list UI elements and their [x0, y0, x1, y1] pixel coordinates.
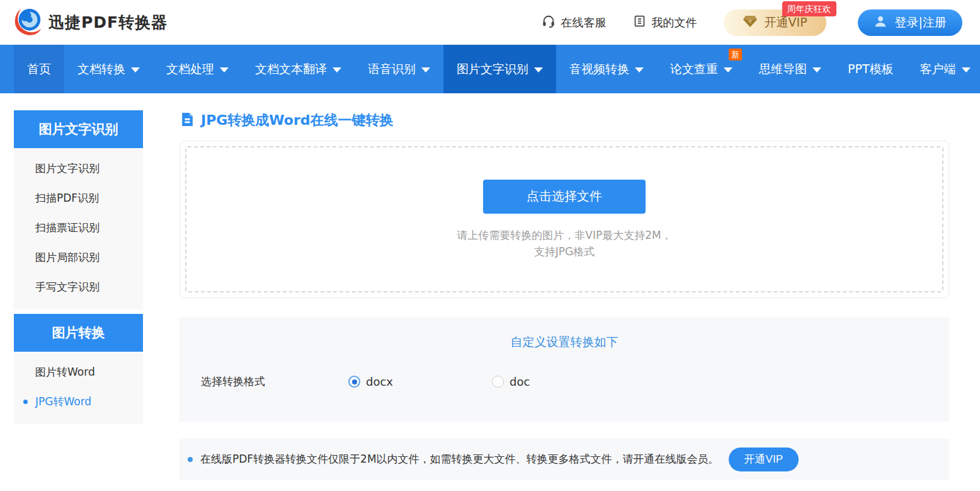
sidebar: 图片文字识别 图片文字识别 扫描PDF识别 扫描票证识别 图片局部识别 手写文字… [14, 110, 143, 424]
login-register-button[interactable]: 登录|注册 [858, 9, 962, 36]
chevron-down-icon [421, 67, 430, 72]
login-register-label: 登录|注册 [895, 14, 947, 31]
document-icon [179, 112, 195, 130]
sidebar-header-image-convert: 图片转换 [14, 314, 143, 352]
nav-item-audio-video-convert[interactable]: 音视频转换 [556, 45, 657, 93]
logo-text: 迅捷PDF转换器 [48, 12, 168, 33]
note-panel: 在线版PDF转换器转换文件仅限于2M以内文件，如需转换更大文件、转换更多格式文件… [179, 439, 949, 480]
content: 图片文字识别 图片文字识别 扫描PDF识别 扫描票证识别 图片局部识别 手写文字… [0, 93, 980, 480]
radio-checked-icon[interactable] [348, 376, 360, 388]
settings-panel: 自定义设置转换如下 选择转换格式 docx doc [179, 317, 949, 422]
chevron-down-icon [724, 67, 732, 72]
chevron-down-icon [962, 67, 971, 72]
nav-item-ppt-templates[interactable]: PPT模板 [835, 45, 907, 93]
upload-area[interactable]: 点击选择文件 请上传需要转换的图片，非VIP最大支持2M， 支持JPG格式 [179, 141, 949, 298]
radio-docx-label: docx [366, 375, 393, 388]
nav-item-speech-recognition[interactable]: 语音识别 [355, 45, 443, 93]
bullet-icon [23, 400, 28, 404]
settings-title: 自定义设置转换如下 [179, 334, 949, 350]
format-row: 选择转换格式 docx doc [179, 374, 949, 389]
format-label: 选择转换格式 [201, 374, 284, 389]
note-open-vip-button[interactable]: 开通VIP [729, 448, 799, 471]
sidebar-item-handwriting-recognition[interactable]: 手写文字识别 [14, 272, 143, 302]
upload-hint: 请上传需要转换的图片，非VIP最大支持2M， 支持JPG格式 [457, 227, 671, 260]
nav-item-image-text-recognition[interactable]: 图片文字识别 [443, 45, 556, 93]
main-panel: JPG转换成Word在线一键转换 点击选择文件 请上传需要转换的图片，非VIP最… [179, 111, 949, 480]
open-vip-label: 开通VIP [765, 14, 807, 31]
logo-icon [14, 7, 43, 38]
online-service-link[interactable]: 在线客服 [542, 14, 607, 31]
sidebar-item-image-partial-recognition[interactable]: 图片局部识别 [14, 243, 143, 272]
page-title: JPG转换成Word在线一键转换 [201, 111, 394, 130]
logo[interactable]: 迅捷PDF转换器 [14, 7, 168, 38]
my-files-label: 我的文件 [652, 15, 697, 30]
nav-item-document-translate[interactable]: 文档文本翻译 [242, 45, 355, 93]
radio-unchecked-icon[interactable] [492, 376, 504, 388]
upload-dropzone[interactable]: 点击选择文件 请上传需要转换的图片，非VIP最大支持2M， 支持JPG格式 [185, 146, 943, 292]
upload-hint-line2: 支持JPG格式 [457, 243, 671, 260]
nav-item-paper-check[interactable]: 新 论文查重 [657, 45, 746, 93]
header: 迅捷PDF转换器 在线客服 我 [0, 0, 980, 45]
sidebar-item-scan-ticket-recognition[interactable]: 扫描票证识别 [14, 213, 143, 243]
radio-option-doc[interactable]: doc [492, 375, 530, 388]
chevron-down-icon [534, 67, 543, 72]
nav-item-mind-map[interactable]: 思维导图 [746, 45, 835, 93]
sidebar-list: 图片转Word JPG转Word [14, 352, 143, 424]
chevron-down-icon [333, 67, 341, 72]
sidebar-gap [14, 309, 143, 314]
online-service-label: 在线客服 [561, 15, 607, 30]
sidebar-item-image-text-recognition[interactable]: 图片文字识别 [14, 154, 143, 183]
new-badge: 新 [729, 49, 742, 61]
chevron-down-icon [220, 67, 229, 72]
my-files-link[interactable]: 我的文件 [633, 14, 697, 30]
sidebar-item-jpg-to-word[interactable]: JPG转Word [14, 387, 143, 417]
user-icon [874, 14, 887, 31]
file-list-icon [633, 14, 646, 30]
nav-item-client[interactable]: 客户端 [907, 45, 980, 93]
main-nav: 首页 文档转换 文档处理 文档文本翻译 语音识别 图片文字识别 音视频转换 新 … [0, 45, 980, 93]
header-actions: 在线客服 我的文件 周年庆狂欢 开通VIP [542, 9, 962, 36]
page-title-row: JPG转换成Word在线一键转换 [179, 111, 949, 130]
nav-item-document-convert[interactable]: 文档转换 [64, 45, 153, 93]
diamond-icon [743, 15, 758, 30]
open-vip-button[interactable]: 周年庆狂欢 开通VIP [724, 9, 826, 36]
nav-item-home[interactable]: 首页 [14, 45, 64, 93]
radio-doc-label: doc [510, 375, 530, 388]
radio-option-docx[interactable]: docx [348, 375, 393, 388]
upload-hint-line1: 请上传需要转换的图片，非VIP最大支持2M， [457, 227, 671, 243]
chevron-down-icon [131, 67, 140, 72]
sidebar-item-image-to-word[interactable]: 图片转Word [14, 357, 143, 387]
sidebar-item-scan-pdf-recognition[interactable]: 扫描PDF识别 [14, 183, 143, 213]
sidebar-list: 图片文字识别 扫描PDF识别 扫描票证识别 图片局部识别 手写文字识别 [14, 148, 143, 309]
vip-promo-badge: 周年庆狂欢 [782, 1, 836, 16]
nav-item-document-process[interactable]: 文档处理 [153, 45, 242, 93]
chevron-down-icon [812, 67, 821, 72]
choose-file-button[interactable]: 点击选择文件 [483, 180, 646, 214]
bullet-icon [188, 457, 193, 462]
headset-icon [542, 14, 556, 31]
chevron-down-icon [635, 67, 644, 72]
note-text: 在线版PDF转换器转换文件仅限于2M以内文件，如需转换更大文件、转换更多格式文件… [200, 452, 719, 466]
sidebar-header-image-text-recognition: 图片文字识别 [14, 110, 143, 148]
